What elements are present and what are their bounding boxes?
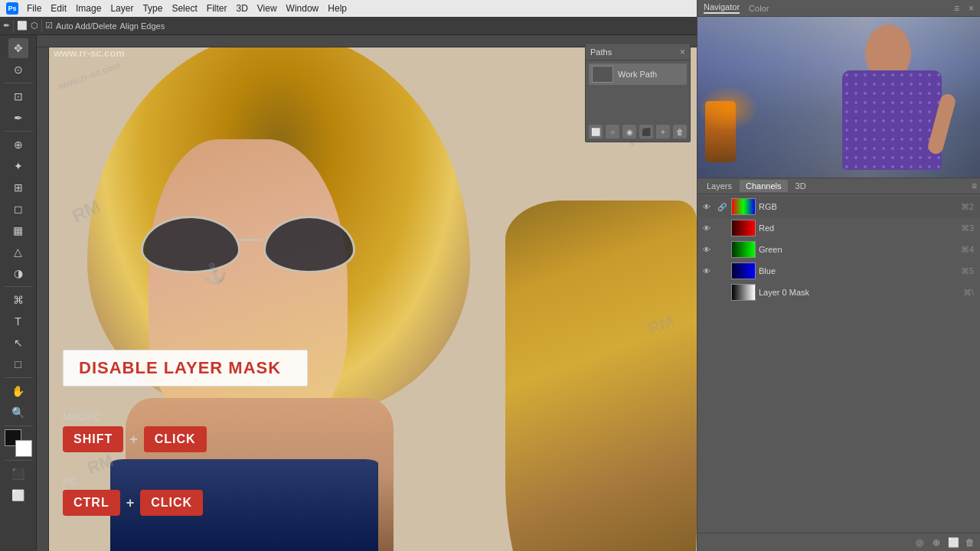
zoom-tool[interactable]: 🔍	[8, 403, 28, 422]
screen-mode-icon[interactable]: ⬜	[8, 485, 28, 505]
menu-item-edit[interactable]: Edit	[47, 3, 70, 14]
shape-option[interactable]: ⬜	[17, 21, 28, 31]
tab-3d[interactable]: 3D	[789, 180, 812, 192]
eyedropper-tool[interactable]: ✒	[8, 108, 28, 128]
channel-shortcut-rgb: ⌘2	[961, 202, 974, 212]
menu-item-help[interactable]: Help	[324, 3, 351, 14]
shape-tool[interactable]: □	[8, 354, 28, 374]
text-tool[interactable]: T	[8, 311, 28, 331]
navigator-tab[interactable]: Navigator	[704, 2, 740, 14]
channel-row-blue[interactable]: 👁 Blue ⌘5	[697, 260, 980, 282]
mask-btn[interactable]: ⬛	[639, 125, 653, 139]
ctrl-key-button[interactable]: CTRL	[63, 490, 120, 516]
lasso-tool[interactable]: ⊙	[8, 60, 28, 80]
path-option[interactable]: ⬡	[31, 21, 38, 31]
menu-item-layer[interactable]: Layer	[106, 3, 137, 14]
channel-thumb-rgb	[731, 198, 756, 215]
sunglasses	[141, 216, 363, 285]
tools-panel: ✥ ⊙ ⊡ ✒ ⊕ ✦ ⊞ ◻ ▦ △ ◑ ⌘ T ↖ □ ✋ 🔍 ⬛ ⬜	[0, 35, 37, 551]
paths-panel-header: Paths ×	[586, 44, 690, 60]
auto-add-delete-checkbox[interactable]: ☑	[45, 21, 53, 31]
gradient-tool[interactable]: ▦	[8, 220, 28, 240]
shift-key-button[interactable]: SHIFT	[63, 426, 123, 452]
paths-close-btn[interactable]: ×	[680, 47, 685, 57]
load-path-btn[interactable]: ◉	[622, 125, 636, 139]
instructor-background	[697, 17, 980, 178]
eye-icon-blue[interactable]: 👁	[701, 265, 713, 277]
channel-shortcut-mask: ⌘\	[963, 288, 974, 298]
eye-icon-red[interactable]: 👁	[701, 222, 713, 234]
color-tab[interactable]: Color	[749, 4, 769, 13]
shortcut-row-2: CTRL + CLICK	[63, 490, 203, 516]
menu-item-filter[interactable]: Filter	[203, 3, 231, 14]
path-selection-tool[interactable]: ↖	[8, 333, 28, 353]
menu-item-3d[interactable]: 3D	[232, 3, 251, 14]
pen-tool-options[interactable]: ✒	[3, 21, 10, 31]
new-channel-btn[interactable]: ⬜	[946, 536, 960, 549]
channel-thumb-blue	[731, 262, 756, 279]
eraser-tool[interactable]: ◻	[8, 199, 28, 219]
menu-item-file[interactable]: File	[23, 3, 45, 14]
channel-row-rgb[interactable]: 👁 🔗 RGB ⌘2	[697, 196, 980, 217]
channel-shortcut-green: ⌘4	[961, 245, 974, 255]
navigator-header: Navigator Color ≡ ×	[697, 0, 980, 17]
foreground-background-colors[interactable]	[5, 429, 32, 457]
instructor-figure	[804, 24, 957, 170]
pen-tool[interactable]: ⌘	[8, 290, 28, 310]
paths-panel: Paths × Work Path ⬜ ○ ◉ ⬛ + 🗑	[585, 43, 691, 142]
app-ps-icon: Ps	[6, 2, 18, 15]
menu-item-select[interactable]: Select	[168, 3, 201, 14]
delete-channel-btn[interactable]: 🗑	[963, 536, 977, 549]
pc-label: PC	[63, 476, 77, 487]
channels-list: 👁 🔗 RGB ⌘2 👁 Red ⌘3 👁 Green ⌘4 👁	[697, 194, 980, 533]
panel-menu-btn[interactable]: ≡	[972, 181, 977, 191]
click-key-button-2[interactable]: CLICK	[140, 490, 203, 516]
channel-label-rgb: RGB	[759, 202, 958, 211]
work-path-label: Work Path	[618, 70, 657, 79]
work-path-thumb	[592, 66, 613, 83]
eye-icon-green[interactable]: 👁	[701, 243, 713, 256]
channel-thumb-mask	[731, 284, 756, 301]
tab-channels[interactable]: Channels	[740, 180, 787, 192]
new-path-btn[interactable]: +	[656, 125, 670, 139]
clone-stamp-tool[interactable]: ⊞	[8, 178, 28, 197]
quick-mask-icon[interactable]: ⬛	[8, 464, 28, 484]
menu-item-view[interactable]: View	[253, 3, 281, 14]
menu-item-window[interactable]: Window	[283, 3, 323, 14]
align-edges-label: Align Edges	[120, 21, 165, 31]
healing-brush-tool[interactable]: ⊕	[8, 135, 28, 155]
delete-path-btn[interactable]: 🗑	[673, 125, 687, 139]
work-path-item[interactable]: Work Path	[589, 64, 687, 85]
fill-path-btn[interactable]: ⬜	[589, 125, 603, 139]
channel-label-mask: Layer 0 Mask	[759, 288, 960, 297]
channel-label-red: Red	[759, 223, 958, 233]
click-key-button-1[interactable]: CLICK	[144, 426, 207, 452]
dotted-circle-btn[interactable]: ◎	[913, 536, 926, 549]
nav-panel-menu[interactable]: ≡	[954, 3, 959, 14]
menu-item-type[interactable]: Type	[139, 3, 166, 14]
instruction-box: DISABLE LAYER MASK	[63, 350, 308, 386]
stroke-path-btn[interactable]: ○	[606, 125, 619, 139]
brush-tool[interactable]: ✦	[8, 156, 28, 176]
tab-layers[interactable]: Layers	[701, 180, 738, 192]
channel-link-icon-rgb: 🔗	[716, 201, 728, 213]
crop-tool[interactable]: ⊡	[8, 86, 28, 106]
panel-bottom-toolbar: ◎ ⊕ ⬜ 🗑	[697, 533, 980, 551]
channel-label-green: Green	[759, 245, 958, 254]
paths-toolbar: ⬜ ○ ◉ ⬛ + 🗑	[586, 125, 690, 139]
menu-item-image[interactable]: Image	[72, 3, 105, 14]
eye-icon-rgb[interactable]: 👁	[701, 201, 713, 213]
nav-panel-close[interactable]: ×	[969, 3, 974, 14]
channel-row-mask[interactable]: Layer 0 Mask ⌘\	[697, 282, 980, 303]
paths-title: Paths	[590, 47, 612, 57]
move-tool[interactable]: ✥	[8, 38, 28, 58]
blur-tool[interactable]: △	[8, 242, 28, 262]
hand-tool[interactable]: ✋	[8, 381, 28, 401]
add-layer-btn[interactable]: ⊕	[929, 536, 943, 549]
channel-thumb-red	[731, 220, 756, 236]
channel-shortcut-blue: ⌘5	[961, 266, 974, 276]
channel-row-red[interactable]: 👁 Red ⌘3	[697, 217, 980, 239]
panel-tabs: Layers Channels 3D ≡	[697, 178, 980, 194]
channel-row-green[interactable]: 👁 Green ⌘4	[697, 239, 980, 260]
dodge-tool[interactable]: ◑	[8, 263, 28, 283]
